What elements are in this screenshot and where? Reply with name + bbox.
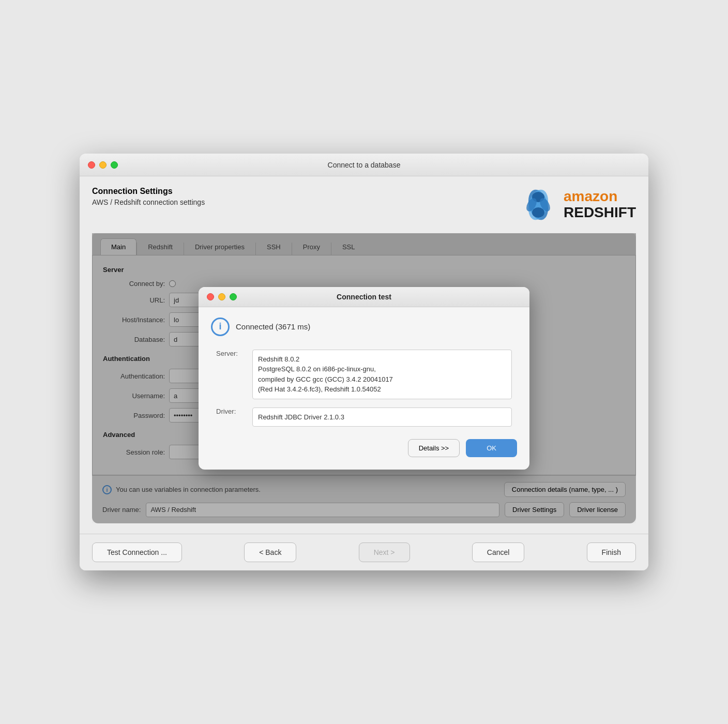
server-value-line2: PostgreSQL 8.0.2 on i686-pc-linux-gnu, <box>258 365 376 373</box>
server-value-cell: Redshift 8.0.2 PostgreSQL 8.0.2 on i686-… <box>247 345 517 403</box>
details-button[interactable]: Details >> <box>408 439 460 457</box>
modal-maximize-button[interactable] <box>230 293 237 300</box>
minimize-button[interactable] <box>99 161 107 169</box>
driver-info-row: Driver: Redshift JDBC Driver 2.1.0.3 <box>211 403 517 431</box>
modal-title: Connection test <box>199 293 529 301</box>
logo-line1: amazon <box>564 189 636 205</box>
logo-text: amazon REDSHIFT <box>564 189 636 221</box>
modal-overlay: Connection test i Connected (3671 ms) Se… <box>92 233 636 523</box>
server-value-line3: compiled by GCC gcc (GCC) 3.4.2 20041017 <box>258 375 393 383</box>
logo-amazon: amazon <box>564 188 617 204</box>
connection-settings-sub: AWS / Redshift connection settings <box>92 198 205 206</box>
svg-point-3 <box>532 207 544 218</box>
back-button[interactable]: < Back <box>244 542 296 562</box>
server-value-line4: (Red Hat 3.4.2-6.fc3), Redshift 1.0.5405… <box>258 385 381 393</box>
connection-status-text: Connected (3671 ms) <box>236 322 310 331</box>
driver-label: Driver: <box>211 403 247 431</box>
header-text: Connection Settings AWS / Redshift conne… <box>92 187 205 206</box>
server-value-line1: Redshift 8.0.2 <box>258 355 299 363</box>
connection-status-icon: i <box>211 318 230 336</box>
header-section: Connection Settings AWS / Redshift conne… <box>92 187 636 223</box>
logo-line2: REDSHIFT <box>564 205 636 221</box>
action-bar: Test Connection ... < Back Next > Cancel… <box>80 534 648 570</box>
server-label: Server: <box>211 345 247 403</box>
connection-status-row: i Connected (3671 ms) <box>211 318 517 336</box>
modal-body: i Connected (3671 ms) Server: Redshift 8… <box>199 307 529 470</box>
window-content: Connection Settings AWS / Redshift conne… <box>80 176 648 534</box>
window-title: Connect to a database <box>328 161 401 169</box>
form-container: Main Redshift Driver properties SSH Prox… <box>92 233 636 523</box>
modal-close-button[interactable] <box>207 293 214 300</box>
main-window: Connect to a database Connection Setting… <box>80 154 648 570</box>
redshift-logo-icon <box>520 187 556 223</box>
server-info-table: Server: Redshift 8.0.2 PostgreSQL 8.0.2 … <box>211 345 517 431</box>
test-connection-button[interactable]: Test Connection ... <box>92 542 182 562</box>
cancel-button[interactable]: Cancel <box>472 542 525 562</box>
modal-actions: Details >> OK <box>211 439 517 457</box>
ok-button[interactable]: OK <box>466 439 517 457</box>
logo-area: amazon REDSHIFT <box>520 187 636 223</box>
maximize-button[interactable] <box>111 161 118 169</box>
driver-value-cell: Redshift JDBC Driver 2.1.0.3 <box>247 403 517 431</box>
server-info-value: Redshift 8.0.2 PostgreSQL 8.0.2 on i686-… <box>252 350 512 399</box>
close-button[interactable] <box>88 161 95 169</box>
driver-info-value: Redshift JDBC Driver 2.1.0.3 <box>252 408 512 427</box>
next-button[interactable]: Next > <box>359 542 410 562</box>
traffic-lights <box>88 161 118 169</box>
modal-minimize-button[interactable] <box>218 293 225 300</box>
connection-settings-title: Connection Settings <box>92 187 205 196</box>
modal-titlebar: Connection test <box>199 287 529 307</box>
modal-traffic-lights <box>207 293 237 300</box>
titlebar: Connect to a database <box>80 154 648 176</box>
connection-test-modal: Connection test i Connected (3671 ms) Se… <box>199 287 529 470</box>
server-info-row: Server: Redshift 8.0.2 PostgreSQL 8.0.2 … <box>211 345 517 403</box>
finish-button[interactable]: Finish <box>587 542 636 562</box>
